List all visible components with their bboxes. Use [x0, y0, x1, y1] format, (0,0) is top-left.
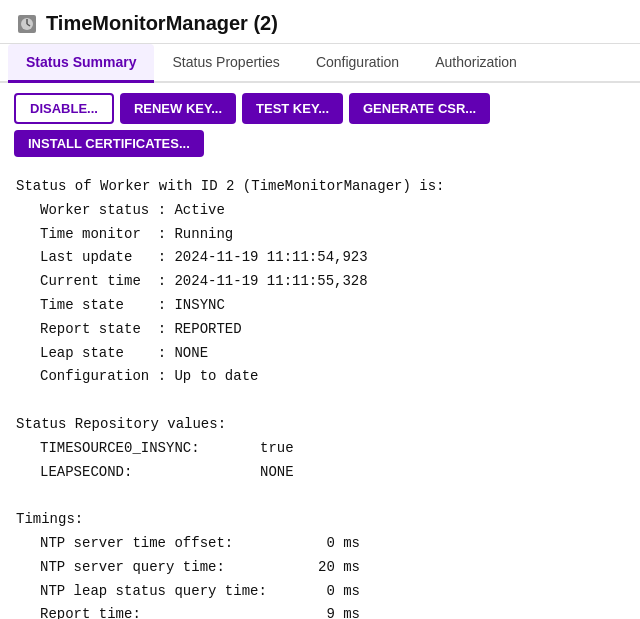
- test-key-button[interactable]: TEST KEY...: [242, 93, 343, 124]
- timing-ntp-leap: NTP leap status query time:0 ms: [40, 580, 624, 604]
- field-current-time: Current time : 2024-11-19 11:11:55,328: [40, 270, 624, 294]
- tab-status-properties[interactable]: Status Properties: [154, 44, 297, 83]
- repo-field-leapsecond: LEAPSECOND:NONE: [40, 461, 624, 485]
- field-time-monitor: Time monitor : Running: [40, 223, 624, 247]
- field-last-update: Last update : 2024-11-19 11:11:54,923: [40, 246, 624, 270]
- toolbar: DISABLE... RENEW KEY... TEST KEY... GENE…: [0, 83, 640, 167]
- repo-field-timesource: TIMESOURCE0_INSYNC:true: [40, 437, 624, 461]
- field-report-state: Report state : REPORTED: [40, 318, 624, 342]
- status-header: Status of Worker with ID 2 (TimeMonitorM…: [16, 175, 624, 199]
- install-certificates-button[interactable]: INSTALL CERTIFICATES...: [14, 130, 204, 157]
- field-leap-state: Leap state : NONE: [40, 342, 624, 366]
- timings-header: Timings:: [16, 508, 624, 532]
- field-time-state: Time state : INSYNC: [40, 294, 624, 318]
- window-title: TimeMonitorManager (2): [46, 12, 278, 35]
- tab-status-summary[interactable]: Status Summary: [8, 44, 154, 83]
- title-bar: TimeMonitorManager (2): [0, 0, 640, 44]
- repo-header: Status Repository values:: [16, 413, 624, 437]
- tab-bar: Status Summary Status Properties Configu…: [0, 44, 640, 83]
- field-configuration: Configuration : Up to date: [40, 365, 624, 389]
- disable-button[interactable]: DISABLE...: [14, 93, 114, 124]
- content-area: Status of Worker with ID 2 (TimeMonitorM…: [0, 167, 640, 619]
- generate-csr-button[interactable]: GENERATE CSR...: [349, 93, 490, 124]
- tab-authorization[interactable]: Authorization: [417, 44, 535, 83]
- field-worker-status: Worker status : Active: [40, 199, 624, 223]
- timing-ntp-offset: NTP server time offset:0 ms: [40, 532, 624, 556]
- renew-key-button[interactable]: RENEW KEY...: [120, 93, 236, 124]
- app-icon: [16, 13, 38, 35]
- timing-ntp-query: NTP server query time:20 ms: [40, 556, 624, 580]
- tab-configuration[interactable]: Configuration: [298, 44, 417, 83]
- timing-report: Report time:9 ms: [40, 603, 624, 619]
